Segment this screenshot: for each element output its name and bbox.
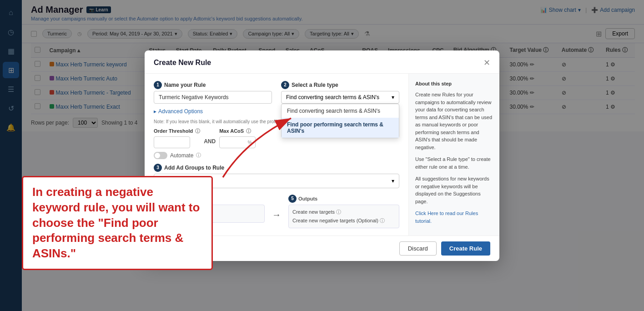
create-targets-info-icon[interactable]: ⓘ bbox=[336, 209, 341, 215]
outputs-content: Create new targets ⓘ Create new negative… bbox=[288, 205, 399, 228]
outputs-box: 5 Outputs Create new targets ⓘ Create ne… bbox=[288, 195, 399, 228]
modal-header: Create New Rule ✕ bbox=[145, 50, 499, 74]
annotation-text: In creating a negative keyword rule, you… bbox=[32, 185, 202, 261]
rules-tutorial-link[interactable]: Click Here to read our Rules tutorial. bbox=[415, 210, 493, 225]
create-rule-button[interactable]: Create Rule bbox=[441, 241, 490, 256]
rule-type-section: 2 Select a Rule type Find converting sea… bbox=[281, 81, 399, 104]
max-acos-label: Max ACoS ⓘ bbox=[219, 128, 256, 135]
arrow-icon: → bbox=[272, 210, 281, 220]
about-step-body: Create new Rules for your campaigns to a… bbox=[415, 91, 493, 151]
about-step-title: About this step bbox=[415, 80, 493, 88]
dropdown-option-1[interactable]: Find converting search terms & ASIN's bbox=[282, 104, 399, 118]
percent-sign: % bbox=[247, 140, 252, 145]
automate-info-icon[interactable]: ⓘ bbox=[196, 152, 201, 159]
rule-type-menu: Find converting search terms & ASIN's Fi… bbox=[281, 104, 399, 138]
annotation-box: In creating a negative keyword rule, you… bbox=[22, 176, 213, 270]
modal-right-panel: About this step Create new Rules for you… bbox=[408, 74, 499, 236]
rule-name-input[interactable] bbox=[154, 91, 272, 104]
create-targets-row: Create new targets ⓘ bbox=[292, 209, 395, 216]
discard-button[interactable]: Discard bbox=[399, 241, 437, 256]
outputs-label: 5 Outputs bbox=[288, 195, 399, 203]
step1-label: 1 Name your Rule bbox=[154, 81, 272, 89]
modal-title: Create New Rule bbox=[154, 59, 211, 67]
order-threshold-info-icon[interactable]: ⓘ bbox=[195, 128, 200, 135]
rule-type-select[interactable]: Find converting search terms & ASIN's ▾ bbox=[281, 91, 399, 104]
and-label: AND bbox=[204, 138, 216, 145]
automate-toggle[interactable] bbox=[154, 152, 167, 159]
automate-row: Automate ⓘ bbox=[154, 152, 399, 159]
order-threshold-label: Order Threshold ⓘ bbox=[154, 128, 200, 135]
dropdown-option-2[interactable]: Find poor performing search terms & ASIN… bbox=[282, 118, 399, 138]
chevron-down-icon: ▾ bbox=[392, 94, 394, 100]
create-negative-info-icon[interactable]: ⓘ bbox=[380, 218, 385, 223]
suggestions-note: All suggestions for new keywords or nega… bbox=[415, 175, 493, 205]
app-container: ⌂ ◷ ▦ ⊞ ☰ ↺ 🔔 Ad Manager 📷 Learn 📊 Show bbox=[0, 0, 644, 311]
order-threshold-input[interactable] bbox=[154, 136, 190, 148]
create-negative-row: Create new negative targets (Optional) ⓘ bbox=[292, 217, 395, 224]
step2-label: 2 Select a Rule type bbox=[281, 81, 399, 89]
name-section: 1 Name your Rule bbox=[154, 81, 272, 104]
use-note: Use "Select a Rule type" to create eithe… bbox=[415, 156, 493, 171]
ad-groups-chevron: ▾ bbox=[392, 178, 394, 184]
step3-label: 3 Add Ad Groups to Rule bbox=[154, 164, 399, 172]
modal-close-button[interactable]: ✕ bbox=[483, 58, 490, 68]
rule-type-dropdown[interactable]: Find converting search terms & ASIN's ▾ … bbox=[281, 91, 399, 104]
max-acos-info-icon[interactable]: ⓘ bbox=[246, 128, 251, 135]
